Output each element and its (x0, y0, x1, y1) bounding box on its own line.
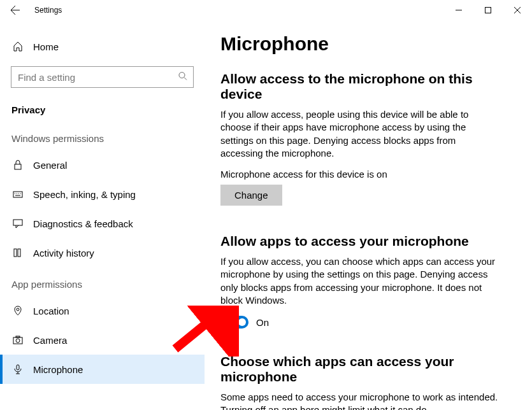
window-title: Settings (34, 6, 62, 15)
search-box (11, 66, 194, 88)
sidebar: Home Privacy Windows permissions General… (0, 20, 205, 410)
svg-rect-19 (16, 336, 20, 337)
svg-rect-13 (13, 220, 22, 225)
sidebar-item-activity[interactable]: Activity history (0, 238, 205, 267)
app-access-toggle[interactable] (220, 316, 248, 329)
sidebar-group-app: App permissions (0, 267, 205, 296)
sidebar-home-label: Home (33, 41, 59, 52)
svg-rect-14 (14, 249, 17, 257)
location-icon (11, 306, 24, 316)
sidebar-item-location[interactable]: Location (0, 296, 205, 325)
window-controls (444, 0, 532, 20)
section-title-app-access: Allow apps to access your microphone (220, 234, 517, 249)
sidebar-item-camera[interactable]: Camera (0, 325, 205, 355)
maximize-button[interactable] (473, 0, 503, 20)
sidebar-item-speech[interactable]: Speech, inking, & typing (0, 180, 205, 209)
lock-icon (11, 160, 24, 170)
sidebar-item-label: Speech, inking, & typing (33, 189, 136, 200)
minimize-icon (456, 7, 462, 13)
device-access-status: Microphone access for this device is on (220, 169, 517, 180)
back-button[interactable] (0, 0, 31, 20)
sidebar-item-home[interactable]: Home (0, 32, 205, 61)
keyboard-icon (11, 189, 24, 199)
sidebar-item-microphone[interactable]: Microphone (0, 355, 205, 384)
sidebar-item-label: Diagnostics & feedback (33, 218, 133, 229)
svg-rect-20 (17, 365, 19, 370)
svg-rect-1 (485, 8, 491, 13)
section-desc: Some apps need to access your microphone… (220, 391, 501, 410)
sidebar-item-label: Activity history (33, 248, 94, 258)
search-input[interactable] (11, 66, 194, 88)
sidebar-item-general[interactable]: General (0, 150, 205, 180)
close-button[interactable] (503, 0, 532, 20)
section-title-device-access: Allow access to the microphone on this d… (220, 71, 517, 102)
sidebar-item-diagnostics[interactable]: Diagnostics & feedback (0, 209, 205, 238)
svg-point-18 (16, 339, 20, 343)
section-desc: If you allow access, people using this d… (220, 108, 501, 160)
sidebar-item-label: Camera (33, 335, 67, 346)
svg-rect-7 (13, 192, 22, 197)
section-title-choose-apps: Choose which apps can access your microp… (220, 354, 517, 385)
maximize-icon (485, 7, 491, 13)
svg-rect-6 (15, 164, 21, 169)
feedback-icon (11, 218, 24, 229)
svg-point-16 (17, 308, 19, 311)
content-area: Microphone Allow access to the microphon… (205, 20, 532, 410)
titlebar: Settings (0, 0, 532, 20)
sidebar-item-label: Microphone (33, 364, 83, 375)
close-icon (514, 7, 521, 13)
microphone-icon (11, 364, 24, 374)
sidebar-group-windows: Windows permissions (0, 122, 205, 150)
sidebar-item-label: Location (33, 306, 69, 316)
toggle-state-label: On (256, 317, 269, 328)
camera-icon (11, 335, 24, 345)
change-button[interactable]: Change (220, 185, 282, 206)
section-desc: If you allow access, you can choose whic… (220, 255, 501, 307)
page-title: Microphone (220, 33, 517, 55)
app-access-toggle-row: On (220, 316, 517, 329)
sidebar-item-label: General (33, 160, 67, 171)
svg-rect-15 (18, 249, 20, 257)
history-icon (11, 248, 24, 258)
back-arrow-icon (10, 5, 20, 15)
sidebar-section-privacy: Privacy (0, 92, 205, 122)
minimize-button[interactable] (444, 0, 473, 20)
home-icon (11, 41, 24, 52)
